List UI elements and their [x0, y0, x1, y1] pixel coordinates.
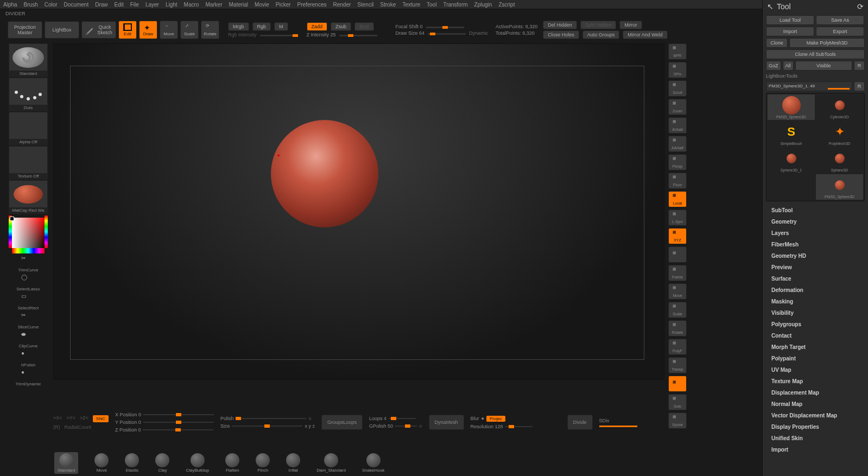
- nav-scroll-button[interactable]: ▦Scroll: [668, 80, 687, 97]
- save-as-button[interactable]: Save As: [816, 15, 864, 25]
- nav-xyz-button[interactable]: ▦XYZ: [668, 228, 687, 244]
- section-texture-map[interactable]: Texture Map: [768, 377, 863, 385]
- tool-r-button[interactable]: R: [854, 81, 865, 91]
- brush-slot[interactable]: Standard: [9, 43, 48, 77]
- section-normal-map[interactable]: Normal Map: [768, 400, 863, 408]
- menu-movie[interactable]: Movie: [255, 2, 269, 8]
- close-holes-button[interactable]: Close Holes: [543, 30, 579, 39]
- menu-stencil[interactable]: Stencil: [357, 2, 373, 8]
- menu-macro[interactable]: Macro: [184, 2, 199, 8]
- tool-pm3d-sphere3d[interactable]: PM3D_Sphere3D: [816, 174, 863, 200]
- menu-material[interactable]: Material: [229, 2, 249, 8]
- section-geometry[interactable]: Geometry: [768, 218, 863, 226]
- z-intensity-slider[interactable]: [339, 35, 377, 36]
- size-slider[interactable]: [232, 426, 302, 427]
- auto-groups-button[interactable]: Auto Groups: [582, 30, 620, 39]
- section-subtool[interactable]: SubTool: [768, 206, 863, 214]
- tool-sphere3d-1[interactable]: Sphere3D_1: [768, 148, 815, 173]
- refresh-icon[interactable]: ⟳: [857, 2, 864, 11]
- dynamic-label[interactable]: Dynamic: [469, 30, 488, 36]
- sdiv-slider[interactable]: [599, 426, 637, 427]
- nav-item18-button[interactable]: ▦: [668, 376, 687, 392]
- menu-document[interactable]: Document: [64, 2, 89, 8]
- section-fibermesh[interactable]: FiberMesh: [768, 240, 863, 249]
- menu-render[interactable]: Render: [333, 2, 351, 8]
- tool-cylinder3d[interactable]: Cylinder3D: [816, 94, 863, 120]
- section-uv-map[interactable]: UV Map: [768, 366, 863, 374]
- trimdynamic-tool[interactable]: ●TrimDynamic: [8, 369, 49, 386]
- section-displacement-map[interactable]: Displacement Map: [768, 389, 863, 397]
- menu-layer[interactable]: Layer: [145, 2, 159, 8]
- section-surface[interactable]: Surface: [768, 275, 863, 283]
- brush-claybuildup[interactable]: ClayBuildup: [186, 453, 209, 473]
- menu-texture[interactable]: Texture: [402, 2, 420, 8]
- nav-l.sym-button[interactable]: ▦L.Sym: [668, 210, 687, 226]
- axis-x[interactable]: >X<: [53, 415, 62, 422]
- menu-light[interactable]: Light: [166, 2, 178, 8]
- project-button[interactable]: Projec: [486, 416, 505, 422]
- color-swatch-secondary[interactable]: [10, 217, 14, 221]
- tool-empty[interactable]: [768, 174, 815, 200]
- tool-panel-arrow-icon[interactable]: ↖: [767, 2, 774, 11]
- draw-size-slider[interactable]: [428, 33, 466, 35]
- section-polygroups[interactable]: Polygroups: [768, 320, 863, 328]
- sphere-mesh[interactable]: [271, 120, 378, 227]
- menu-picker[interactable]: Picker: [276, 2, 291, 8]
- brush-snakehook[interactable]: SnakeHook: [362, 453, 384, 473]
- section-unified-skin[interactable]: Unified Skin: [768, 434, 863, 442]
- menu-color[interactable]: Color: [45, 2, 58, 8]
- del-hidden-button[interactable]: Del Hidden: [543, 21, 577, 29]
- nav-floor-button[interactable]: ▦Floor: [668, 173, 687, 189]
- projection-master-button[interactable]: Projection Master: [8, 21, 42, 39]
- polish-slider[interactable]: [236, 418, 306, 419]
- load-tool-button[interactable]: Load Tool: [766, 15, 814, 25]
- nav-local-button[interactable]: ▦Local: [668, 191, 687, 207]
- menu-edit[interactable]: Edit: [115, 2, 124, 8]
- rgb-intensity-slider[interactable]: [260, 35, 298, 36]
- section-visibility[interactable]: Visibility: [768, 309, 863, 317]
- menu-zscript[interactable]: Zscript: [498, 2, 515, 8]
- divide-button[interactable]: Divide: [567, 415, 593, 430]
- m-button[interactable]: M: [274, 22, 288, 31]
- radial-r[interactable]: (R): [53, 424, 60, 430]
- hpolish-tool[interactable]: ●hPolish: [8, 350, 49, 367]
- focal-shift-slider[interactable]: [426, 27, 464, 28]
- axis-y[interactable]: >Y<: [67, 415, 76, 422]
- z-position-slider[interactable]: [143, 429, 213, 430]
- goz-r-button[interactable]: R: [854, 61, 865, 71]
- section-geometry-hd[interactable]: Geometry HD: [768, 252, 863, 260]
- section-import[interactable]: Import: [768, 446, 863, 454]
- section-polypaint[interactable]: Polypaint: [768, 354, 863, 363]
- section-contact[interactable]: Contact: [768, 332, 863, 340]
- mrgb-button[interactable]: Mrgb: [228, 22, 249, 31]
- tool-polymesh3d[interactable]: ✦PolyMesh3D: [816, 121, 863, 147]
- edit-mode-button[interactable]: Edit: [118, 21, 137, 39]
- lightbox-crumb[interactable]: Lightbox›Tools: [766, 72, 865, 80]
- stroke-slot[interactable]: Dots: [9, 78, 48, 111]
- trimcurve-tool[interactable]: ✂TrimCurve: [8, 255, 49, 272]
- axis-z[interactable]: >Z<: [80, 415, 88, 422]
- selectlasso-tool[interactable]: ◯SelectLasso: [8, 274, 49, 291]
- section-vector-displacement-map[interactable]: Vector Displacement Map: [768, 411, 863, 420]
- brush-inflat[interactable]: Inflat: [286, 453, 300, 473]
- rgb-button[interactable]: Rgb: [252, 22, 271, 31]
- scale-mode-button[interactable]: ⤢Scale: [180, 21, 199, 39]
- loops-slider[interactable]: [389, 418, 416, 419]
- menu-draw[interactable]: Draw: [95, 2, 107, 8]
- nav-spix-button[interactable]: ▦SPix: [668, 62, 687, 78]
- nav-aahalf-button[interactable]: ▦AAHalf: [668, 136, 687, 152]
- material-slot[interactable]: MatCap Red Wa: [9, 180, 48, 214]
- menu-stroke[interactable]: Stroke: [380, 2, 396, 8]
- draw-mode-button[interactable]: ✦Draw: [139, 21, 157, 39]
- clone-all-subtools-button[interactable]: Clone All SubTools: [766, 49, 865, 59]
- tool-sphere3d[interactable]: Sphere3D: [816, 148, 863, 173]
- make-polymesh3d-button[interactable]: Make PolyMesh3D: [789, 38, 865, 48]
- brush-move[interactable]: Move: [94, 453, 109, 473]
- clipcurve-tool[interactable]: ⬬ClipCurve: [8, 331, 49, 348]
- zadd-button[interactable]: Zadd: [307, 22, 328, 31]
- nav-item11-button[interactable]: ▦: [668, 246, 687, 263]
- section-morph-target[interactable]: Morph Target: [768, 343, 863, 351]
- tool-pm3d-sphere[interactable]: PM3D_Sphere3D: [768, 94, 815, 120]
- nav-bpr-button[interactable]: ▦BPR: [668, 43, 687, 60]
- canvas-viewport[interactable]: ✦: [53, 43, 664, 380]
